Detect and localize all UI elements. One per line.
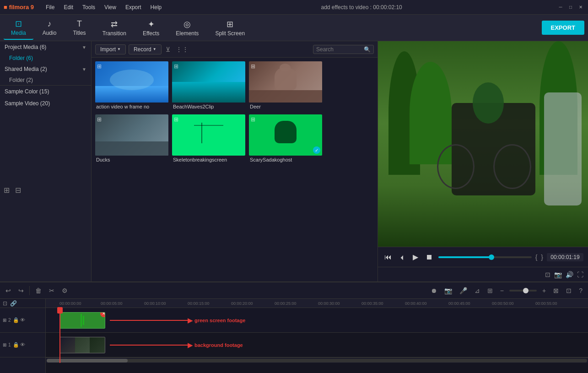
full-timeline-button[interactable]: ⊡ xyxy=(564,286,573,295)
elements-icon: ◎ xyxy=(183,19,191,29)
bracket-out-button[interactable]: } xyxy=(541,254,543,261)
help-tl-button[interactable]: ? xyxy=(577,286,584,295)
menu-view[interactable]: View xyxy=(100,2,121,12)
undo-button[interactable]: ↩ xyxy=(4,286,13,295)
tab-media[interactable]: ⊡ Media xyxy=(4,16,33,40)
app-logo: ■ filmora 9 xyxy=(4,4,34,11)
stop-button[interactable]: ⏹ xyxy=(424,252,435,262)
search-box: 🔍 xyxy=(313,45,374,54)
filter-icon[interactable]: ⊻ xyxy=(164,44,172,54)
media-grid: ⊞ 854 action video w frame no ⊞ BeachWav… xyxy=(92,58,378,168)
folder-6-item[interactable]: Folder (6) xyxy=(0,53,91,63)
ruler-mark-0: 00:00:00:00 xyxy=(59,301,81,306)
media-thumb-4[interactable]: ⊞ xyxy=(95,114,168,156)
track-clip-background[interactable] xyxy=(59,337,105,353)
fit-timeline-button[interactable]: ⊠ xyxy=(551,286,561,295)
list-item: ⊞ BeachWaves2Clip xyxy=(172,61,245,111)
shared-media-item[interactable]: Shared Media (2) ▼ xyxy=(0,63,91,75)
track-clip-green[interactable]: ✕ xyxy=(59,312,105,329)
restore-button[interactable]: □ xyxy=(567,4,574,11)
sample-video-item[interactable]: Sample Video (20) xyxy=(0,97,91,109)
grid-view-icon[interactable]: ⋮⋮ xyxy=(174,44,190,54)
audio-button[interactable]: 🔊 xyxy=(566,271,573,278)
magnet-button[interactable]: 🔗 xyxy=(10,300,17,307)
render-preview-button[interactable]: ⊡ xyxy=(545,271,550,278)
delete-button[interactable]: 🗑 xyxy=(33,286,43,295)
record-button[interactable]: Record ▼ xyxy=(129,44,162,54)
progress-bar[interactable] xyxy=(438,256,532,258)
effects-label: Effects xyxy=(143,30,159,37)
timeline-scrollbar[interactable] xyxy=(46,357,588,363)
cut-button[interactable]: ✂ xyxy=(47,286,56,295)
add-track-button[interactable]: ⊞ xyxy=(486,286,495,295)
menu-edit[interactable]: Edit xyxy=(59,2,78,12)
media-thumb-1[interactable]: ⊞ 854 xyxy=(95,61,168,103)
step-back-button[interactable]: ⏴ xyxy=(397,253,407,262)
media-toolbar: Import ▼ Record ▼ ⊻ ⋮⋮ 🔍 xyxy=(92,41,378,58)
add-folder-button[interactable]: ⊞ xyxy=(4,186,10,195)
redo-button[interactable]: ↪ xyxy=(16,286,26,295)
green-screen-annotation: ▶ green screen footage xyxy=(110,317,245,324)
preview-tools: ⊡ 📷 🔊 ⛶ xyxy=(378,267,588,281)
scrollbar-thumb[interactable] xyxy=(47,359,128,362)
media-thumb-2[interactable]: ⊞ xyxy=(172,61,245,103)
search-input[interactable] xyxy=(316,46,362,53)
ruler-mark-50: 00:00:50:00 xyxy=(492,301,514,306)
menu-export[interactable]: Export xyxy=(121,2,146,12)
minimize-button[interactable]: ─ xyxy=(557,4,564,11)
toolbar-separator-1 xyxy=(29,286,30,295)
tab-audio[interactable]: ♪ Audio xyxy=(35,16,64,40)
media-thumb-6[interactable]: ⊞ ✓ xyxy=(249,114,322,156)
record-label: Record xyxy=(134,46,151,53)
menu-file[interactable]: File xyxy=(41,2,59,12)
folder-2-item[interactable]: Folder (2) xyxy=(0,75,91,85)
tab-effects[interactable]: ✦ Effects xyxy=(135,16,167,40)
track-1-lock-icon[interactable]: 🔒 xyxy=(13,342,19,348)
timeline-right-tools: ⏺ 📷 🎤 ⊿ ⊞ − + ⊠ ⊡ ? xyxy=(429,286,584,295)
tab-titles[interactable]: T Titles xyxy=(65,16,93,40)
shared-media-label: Shared Media (2) xyxy=(5,66,47,72)
zoom-thumb[interactable] xyxy=(523,288,529,293)
tab-elements[interactable]: ◎ Elements xyxy=(168,16,206,40)
tab-transition[interactable]: ⇄ Transition xyxy=(95,16,134,40)
ruler-label-area: ⊡ 🔗 xyxy=(0,299,45,308)
project-media-item[interactable]: Project Media (6) ▼ xyxy=(0,41,91,53)
menu-bar: ■ filmora 9 File Edit Tools View Export … xyxy=(0,0,588,15)
play-button[interactable]: ▶ xyxy=(411,252,420,262)
detach-audio-button[interactable]: ⊿ xyxy=(473,286,482,295)
sample-color-item[interactable]: Sample Color (15) xyxy=(0,86,91,97)
track-1-eye-icon[interactable]: 👁 xyxy=(20,342,25,348)
close-button[interactable]: ✕ xyxy=(577,4,584,11)
snapshot-button[interactable]: 📷 xyxy=(554,271,562,278)
timeline-tracks-area: 00:00:00:00 00:00:05:00 00:00:10:00 00:0… xyxy=(46,299,588,373)
elements-label: Elements xyxy=(176,30,199,37)
import-button[interactable]: Import ▼ xyxy=(95,44,126,54)
grid-overlay-icon: ⊞ xyxy=(97,116,102,123)
skip-back-button[interactable]: ⏮ xyxy=(383,252,394,262)
link-tracks-button[interactable]: ⊡ xyxy=(3,300,7,307)
media-thumb-3[interactable]: ⊞ xyxy=(249,61,322,103)
media-thumb-5[interactable]: ⊞ xyxy=(172,114,245,156)
annotation-line-bg xyxy=(110,345,188,346)
record-tl-button[interactable]: ⏺ xyxy=(429,286,439,295)
annotation-arrow-bg: ▶ xyxy=(188,341,193,349)
bracket-in-button[interactable]: { xyxy=(535,254,538,261)
settings-button[interactable]: ⚙ xyxy=(60,286,70,295)
voice-button[interactable]: 🎤 xyxy=(458,286,469,295)
menu-tools[interactable]: Tools xyxy=(78,2,100,12)
list-item: ⊞ Deer xyxy=(249,61,322,111)
track-2-eye-icon[interactable]: 👁 xyxy=(20,317,25,323)
snapshot-tl-button[interactable]: 📷 xyxy=(442,286,454,295)
menu-help[interactable]: Help xyxy=(146,2,167,12)
zoom-track[interactable] xyxy=(509,290,537,292)
grid-overlay-icon: ⊞ xyxy=(251,63,255,70)
audio-icon: ♪ xyxy=(48,19,52,29)
remove-folder-button[interactable]: ⊟ xyxy=(15,186,21,195)
list-item: ⊞ ✓ ScarySadakoghost xyxy=(249,114,322,164)
track-2-lock-icon[interactable]: 🔒 xyxy=(13,317,19,323)
fullscreen-button[interactable]: ⛶ xyxy=(577,271,583,278)
media-item-6-label: ScarySadakoghost xyxy=(249,156,322,164)
media-item-2-label: BeachWaves2Clip xyxy=(172,103,245,111)
tab-splitscreen[interactable]: ⊞ Split Screen xyxy=(208,16,252,40)
export-button[interactable]: EXPORT xyxy=(542,21,584,35)
